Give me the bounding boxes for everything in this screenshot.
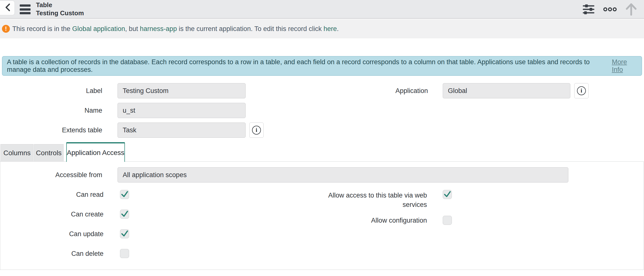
- name-field-label: Name: [28, 103, 102, 118]
- page-title: Table Testing Custom: [36, 1, 84, 17]
- record-type-title: Table: [36, 1, 84, 9]
- warning-message: This record is in the Global application…: [12, 25, 339, 33]
- application-info-button[interactable]: i: [574, 83, 588, 98]
- edit-here-link[interactable]: here: [324, 25, 337, 32]
- extends-table-field-input[interactable]: Task: [118, 123, 246, 138]
- info-icon: i: [252, 126, 261, 135]
- name-field-input[interactable]: u_st: [118, 103, 246, 118]
- more-info-link[interactable]: More Info: [612, 58, 637, 74]
- header-bar: Table Testing Custom: [0, 0, 644, 19]
- allow-configuration-checkbox[interactable]: [443, 216, 452, 225]
- form-controls-sliders-icon[interactable]: [582, 3, 595, 15]
- can-delete-label: Can delete: [30, 249, 104, 258]
- can-create-label: Can create: [30, 210, 104, 219]
- application-field-label: Application: [354, 83, 428, 98]
- can-create-checkbox[interactable]: [120, 210, 129, 219]
- allow-web-services-label: Allow access to this table via web servi…: [318, 191, 427, 209]
- label-field-label: Label: [28, 83, 102, 98]
- info-icon: i: [577, 86, 586, 95]
- more-options-icon[interactable]: [603, 7, 617, 12]
- checkmark-icon: [120, 229, 129, 238]
- extends-table-field-label: Extends table: [28, 123, 102, 138]
- can-update-checkbox[interactable]: [120, 229, 129, 238]
- allow-web-services-checkbox[interactable]: [443, 190, 452, 199]
- back-button[interactable]: [0, 0, 15, 15]
- tab-application-access[interactable]: Application Access: [66, 142, 125, 162]
- tab-columns[interactable]: Columns: [0, 144, 34, 162]
- warning-text-part3: is the current application. To edit this…: [177, 25, 324, 32]
- accessible-from-label: Accessible from: [28, 167, 102, 182]
- warning-text-part4: .: [337, 25, 339, 32]
- checkmark-icon: [120, 210, 129, 218]
- table-record-form-page: Table Testing Custom: [0, 0, 644, 276]
- hamburger-menu-icon[interactable]: [20, 4, 30, 14]
- scroll-up-arrow-icon[interactable]: [625, 3, 637, 16]
- warning-text-part1: This record is in the: [12, 25, 72, 32]
- header-actions: [582, 0, 637, 19]
- allow-configuration-label: Allow configuration: [318, 216, 427, 225]
- application-field-input[interactable]: Global: [443, 83, 570, 98]
- can-delete-checkbox[interactable]: [120, 249, 129, 258]
- table-description-text: A table is a collection of records in th…: [7, 58, 610, 74]
- cross-scope-warning-banner: ! This record is in the Global applicati…: [0, 19, 644, 38]
- checkmark-icon: [443, 190, 452, 198]
- can-read-checkbox[interactable]: [120, 190, 129, 199]
- checkmark-icon: [120, 190, 129, 198]
- harness-app-link[interactable]: harness-app: [140, 25, 177, 32]
- back-chevron-icon: [5, 3, 11, 12]
- accessible-from-input[interactable]: All application scopes: [118, 167, 568, 182]
- table-description-banner: A table is a collection of records in th…: [2, 56, 642, 76]
- warning-exclamation-icon: !: [2, 25, 10, 33]
- can-read-label: Can read: [30, 190, 104, 199]
- record-name-title: Testing Custom: [36, 9, 84, 17]
- can-update-label: Can update: [30, 229, 104, 239]
- tab-controls[interactable]: Controls: [34, 144, 64, 162]
- global-application-link[interactable]: Global application: [72, 25, 125, 32]
- extends-table-info-button[interactable]: i: [249, 123, 264, 138]
- warning-text-part2: , but: [125, 25, 140, 32]
- label-field-input[interactable]: Testing Custom: [118, 83, 246, 98]
